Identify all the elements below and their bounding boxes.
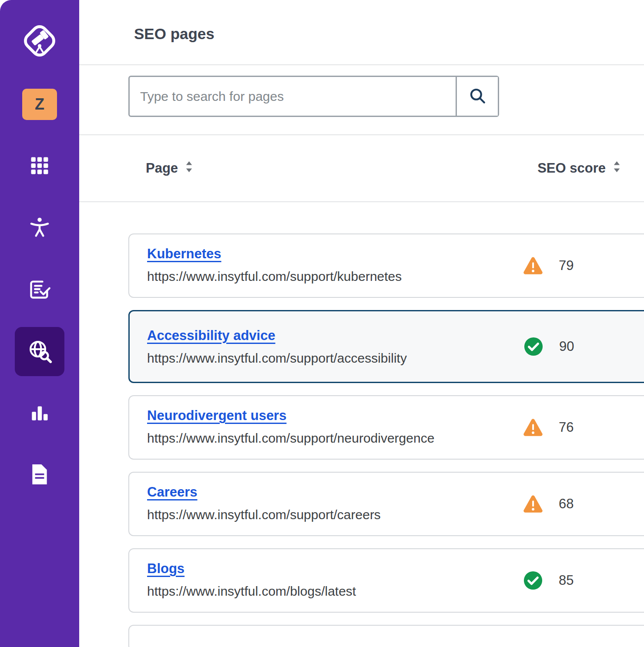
success-check-icon xyxy=(523,570,543,590)
sidebar-nav xyxy=(15,142,64,512)
score-group: 68 xyxy=(523,495,574,513)
column-label: SEO score xyxy=(537,160,606,176)
telescope-logo-icon[interactable] xyxy=(20,20,60,62)
page-title: SEO pages xyxy=(79,0,644,64)
list-item-partial[interactable] xyxy=(128,625,644,647)
sidebar-item-reports[interactable] xyxy=(15,389,64,438)
seo-score-value: 79 xyxy=(559,258,574,273)
list-item[interactable]: Accessibility advice https://www.insytfu… xyxy=(128,310,644,383)
column-header-seo-score[interactable]: SEO score xyxy=(537,160,620,176)
page-link[interactable]: Neurodivergent users xyxy=(147,408,286,424)
sidebar-item-content-checks[interactable] xyxy=(15,265,64,314)
pages-list: Kubernetes https://www.insytful.com/supp… xyxy=(79,202,644,647)
table-header: Page SEO score xyxy=(79,135,644,201)
warning-triangle-icon xyxy=(523,495,543,513)
sidebar-item-accessibility[interactable] xyxy=(15,203,64,253)
column-label: Page xyxy=(146,160,178,176)
avatar[interactable]: Z xyxy=(22,89,57,120)
column-header-page[interactable]: Page xyxy=(146,160,192,176)
bar-chart-icon xyxy=(29,402,50,425)
main-content: SEO pages Page xyxy=(79,0,644,647)
grid-icon xyxy=(28,154,51,179)
sort-icon[interactable] xyxy=(186,160,192,176)
seo-score-value: 90 xyxy=(559,339,574,354)
warning-triangle-icon xyxy=(523,418,543,437)
list-item[interactable]: Careers https://www.insytful.com/support… xyxy=(128,472,644,536)
sidebar-item-dashboard[interactable] xyxy=(15,142,64,191)
avatar-label: Z xyxy=(35,95,44,113)
list-item[interactable]: Blogs https://www.insytful.com/blogs/lat… xyxy=(128,548,644,613)
search-section xyxy=(79,65,644,134)
document-icon xyxy=(30,464,49,487)
page-link[interactable]: Accessibility advice xyxy=(147,328,275,344)
page-link[interactable]: Blogs xyxy=(147,561,184,577)
seo-score-value: 68 xyxy=(559,496,574,512)
page-link[interactable]: Kubernetes xyxy=(147,246,221,262)
accessibility-person-icon xyxy=(28,216,51,241)
app-window: Z xyxy=(0,0,644,647)
list-item[interactable]: Neurodivergent users https://www.insytfu… xyxy=(128,395,644,460)
seo-score-value: 85 xyxy=(559,573,574,588)
score-group: 79 xyxy=(523,257,574,275)
score-group: 85 xyxy=(523,570,574,590)
search-input[interactable] xyxy=(130,77,456,116)
sidebar-item-seo[interactable] xyxy=(15,327,64,376)
warning-triangle-icon xyxy=(523,257,543,275)
document-check-icon xyxy=(28,278,51,302)
sidebar-item-pages[interactable] xyxy=(15,450,64,500)
search-icon xyxy=(468,87,486,106)
sidebar: Z xyxy=(0,0,79,647)
list-item[interactable]: Kubernetes https://www.insytful.com/supp… xyxy=(128,233,644,298)
seo-score-value: 76 xyxy=(559,420,574,435)
globe-search-icon xyxy=(27,338,52,365)
page-link[interactable]: Careers xyxy=(147,484,197,500)
score-group: 76 xyxy=(523,418,574,437)
search-button[interactable] xyxy=(456,77,498,116)
sort-icon[interactable] xyxy=(614,160,620,176)
search-box xyxy=(128,76,499,117)
success-check-icon xyxy=(523,337,543,357)
score-group: 90 xyxy=(523,337,574,357)
